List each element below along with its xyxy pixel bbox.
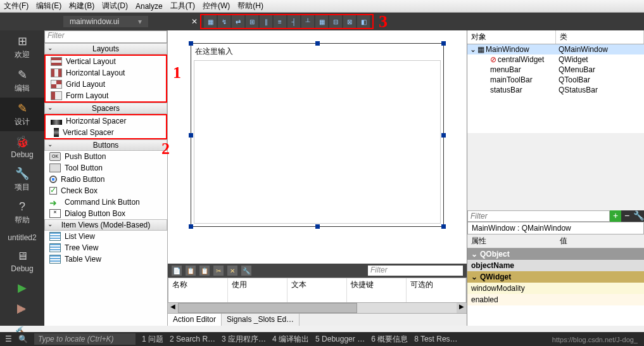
mode-edit[interactable]: ✎编辑 xyxy=(0,64,44,98)
build-config[interactable]: 🖥Debug xyxy=(0,246,44,277)
obj-row-menubar[interactable]: menuBarQMenuBar xyxy=(467,65,644,75)
status-appoutput[interactable]: 3 应用程序… xyxy=(222,334,266,345)
tool-hlayout-icon[interactable]: ∥ xyxy=(260,15,272,28)
property-filter[interactable] xyxy=(467,210,610,222)
obj-col-class[interactable]: 类 xyxy=(556,30,645,44)
remove-property-button[interactable]: − xyxy=(621,210,633,222)
resize-handle[interactable] xyxy=(441,41,446,46)
status-issues[interactable]: 1 问题 xyxy=(142,334,163,345)
resize-handle[interactable] xyxy=(315,41,320,46)
tool-edit-tab-icon[interactable]: ⊞ xyxy=(246,15,258,28)
menu-debug[interactable]: 调试(D) xyxy=(102,1,128,11)
widget-push-button[interactable]: OKPush Button xyxy=(44,151,167,162)
prop-windowmodality[interactable]: windowModality xyxy=(467,283,644,294)
widget-horizontal-spacer[interactable]: Horizontal Spacer xyxy=(46,115,166,127)
close-icon[interactable]: ✕ xyxy=(190,17,199,26)
widget-vertical-layout[interactable]: Vertical Layout xyxy=(46,56,166,67)
tool-break-icon[interactable]: ⊠ xyxy=(343,15,356,28)
status-general[interactable]: 6 概要信息 xyxy=(371,334,408,345)
action-col-name[interactable]: 名称 xyxy=(168,278,228,302)
prop-section-qobject[interactable]: ⌄QObject xyxy=(467,248,644,260)
widget-vertical-spacer[interactable]: Vertical Spacer xyxy=(46,127,166,138)
prop-enabled[interactable]: enabled xyxy=(467,294,644,305)
obj-col-object[interactable]: 对象 xyxy=(467,30,556,44)
category-layouts[interactable]: ⌄Layouts xyxy=(44,43,167,54)
menu-tools[interactable]: 工具(T) xyxy=(170,1,195,11)
action-col-shortcut[interactable]: 快捷键 xyxy=(347,278,407,302)
widget-form-layout[interactable]: Form Layout xyxy=(46,90,166,101)
debug-run-button[interactable]: ⯈ xyxy=(0,300,44,322)
canvas-prompt[interactable]: 在这里输入 xyxy=(195,46,233,57)
tool-adjust-icon[interactable]: ◧ xyxy=(357,15,370,28)
action-col-text[interactable]: 文本 xyxy=(287,278,347,302)
resize-handle[interactable] xyxy=(441,133,446,138)
widget-radio-button[interactable]: Radio Button xyxy=(44,174,167,185)
resize-handle[interactable] xyxy=(189,224,193,229)
status-search[interactable]: 2 Search R… xyxy=(170,335,215,343)
tool-vsplit-icon[interactable]: ┴ xyxy=(301,15,314,28)
panel-toggle-icon[interactable]: ☰ xyxy=(5,335,12,343)
resize-handle[interactable] xyxy=(189,133,193,138)
widget-check-box[interactable]: Check Box xyxy=(44,185,167,196)
prop-section-qwidget[interactable]: ⌄QWidget xyxy=(467,271,644,283)
project-label[interactable]: untitled2 xyxy=(0,229,44,246)
menu-help[interactable]: 帮助(H) xyxy=(237,1,263,11)
scroll-left-icon[interactable]: ◀ xyxy=(168,303,178,313)
search-icon[interactable]: 🔍 xyxy=(18,335,28,343)
category-buttons[interactable]: ⌄Buttons xyxy=(44,139,167,151)
copy-action-icon[interactable]: 📋 xyxy=(186,266,196,276)
category-itemviews[interactable]: ⌄Item Views (Model-Based) xyxy=(44,219,167,231)
resize-handle[interactable] xyxy=(441,224,446,229)
prop-col-name[interactable]: 属性 xyxy=(467,234,556,248)
menu-widgets[interactable]: 控件(W) xyxy=(203,1,230,11)
widget-tool-button[interactable]: Tool Button xyxy=(44,162,167,174)
menu-edit[interactable]: 编辑(E) xyxy=(36,1,61,11)
obj-row-mainwindow[interactable]: ⌄▦ MainWindowQMainWindow xyxy=(467,44,644,54)
obj-row-statusbar[interactable]: statusBarQStatusBar xyxy=(467,85,644,95)
resize-handle[interactable] xyxy=(189,41,193,46)
central-widget-area[interactable] xyxy=(194,60,441,224)
status-test[interactable]: 8 Test Res… xyxy=(414,335,457,343)
obj-row-maintoolbar[interactable]: mainToolBarQToolBar xyxy=(467,75,644,85)
widget-dialog-button-box[interactable]: ✕Dialog Button Box xyxy=(44,208,167,219)
widget-table-view[interactable]: Table View xyxy=(44,253,167,265)
mode-help[interactable]: ?帮助 xyxy=(0,196,44,229)
menu-file[interactable]: 文件(F) xyxy=(4,1,28,11)
widget-command-link[interactable]: ➜Command Link Button xyxy=(44,196,167,208)
paste-action-icon[interactable]: 📋 xyxy=(199,266,210,276)
status-debugger[interactable]: 5 Debugger … xyxy=(315,335,365,343)
tool-edit-signals-icon[interactable]: ↯ xyxy=(218,15,230,28)
mode-debug[interactable]: 🐞Debug xyxy=(0,131,44,163)
tool-edit-widgets-icon[interactable]: ▦ xyxy=(204,15,217,28)
file-tab[interactable]: mainwindow.ui ▾ xyxy=(63,16,148,27)
add-property-button[interactable]: + xyxy=(610,210,621,222)
new-action-icon[interactable]: 📄 xyxy=(172,266,182,276)
tool-vlayout-icon[interactable]: ≡ xyxy=(274,15,286,28)
menu-build[interactable]: 构建(B) xyxy=(69,1,94,11)
obj-row-centralwidget[interactable]: ⊘ centralWidgetQWidget xyxy=(467,54,644,65)
tool-edit-buddies-icon[interactable]: ⇄ xyxy=(232,15,244,28)
widget-grid-layout[interactable]: Grid Layout xyxy=(46,79,166,90)
category-spacers[interactable]: ⌄Spacers xyxy=(44,103,167,114)
action-col-checkable[interactable]: 可选的 xyxy=(407,278,466,302)
mode-projects[interactable]: 🔧项目 xyxy=(0,163,44,196)
h-scrollbar[interactable]: ◀▶ xyxy=(168,303,467,313)
scroll-thumb[interactable] xyxy=(178,303,357,313)
delete-action-icon[interactable]: ✕ xyxy=(227,266,237,276)
action-filter[interactable]: Filter xyxy=(368,266,463,276)
tab-dropdown-icon[interactable]: ▾ xyxy=(138,17,142,26)
widget-filter[interactable]: Filter xyxy=(44,30,167,43)
scroll-right-icon[interactable]: ▶ xyxy=(457,303,467,313)
tool-form-icon[interactable]: ⊟ xyxy=(329,15,342,28)
property-editor[interactable]: ⌄QObject objectName ⌄QWidget windowModal… xyxy=(467,248,644,326)
status-compile[interactable]: 4 编译输出 xyxy=(272,334,309,345)
action-col-used[interactable]: 使用 xyxy=(228,278,287,302)
tab-signals-slots[interactable]: Signals _Slots Ed… xyxy=(222,314,300,326)
mode-welcome[interactable]: ⊞欢迎 xyxy=(0,30,44,64)
object-inspector[interactable]: ⌄▦ MainWindowQMainWindow ⊘ centralWidget… xyxy=(467,44,644,133)
locator-input[interactable]: Type to locate (Ctrl+K) xyxy=(34,333,136,345)
tab-action-editor[interactable]: Action Editor xyxy=(168,314,222,326)
menu-analyze[interactable]: Analyze xyxy=(136,2,163,11)
mode-design[interactable]: ✎设计 xyxy=(0,98,44,131)
form-designer[interactable]: 在这里输入 xyxy=(168,30,467,264)
